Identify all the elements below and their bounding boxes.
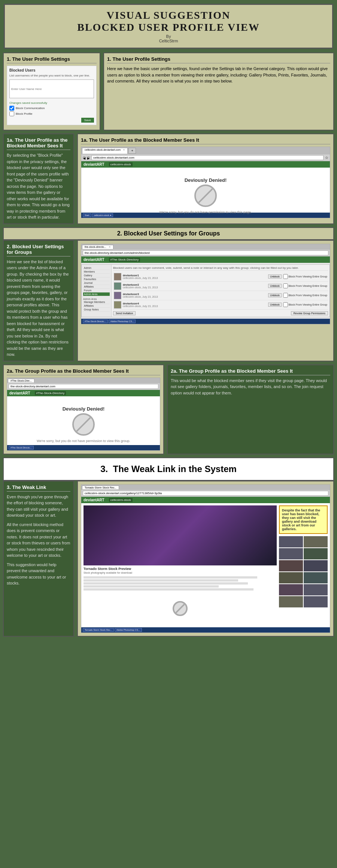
block-profile-row: Block Profile [9,111,94,116]
admin-sidebar: Admin Members Gallery Favourites Journal… [82,265,112,317]
browser-content-3: Tornado Storm Stock Preview Stock photog… [81,503,330,627]
section2a-right-text: This would be what the blocked member se… [171,378,330,396]
unblock-button-3[interactable]: Unblock [268,293,281,297]
taskbar-start[interactable]: Start [83,213,91,217]
section1a-left-text: By selecting the "Block Profile" option … [7,152,70,220]
thumb-grid [279,536,328,607]
blocked-users-desc: List usernames of the people you want to… [9,73,94,78]
gallery-thumbs-sidebar [279,536,328,607]
unblock-button-2[interactable]: Unblock [268,284,281,288]
taskbar-stock-directory[interactable]: #The-Stock-Directo... [9,446,34,450]
section1-right-panel: 1. The User Profile Settings Here we hav… [103,52,334,130]
section2-right-panel: the-stock-directo... ✕ the-stock-directo… [77,240,334,361]
nav-members[interactable]: Members [83,270,110,274]
thumb-10 [304,584,328,595]
url-bar-2a[interactable]: the-stock-directory.deviantart.com [9,384,158,389]
nav-group-notes[interactable]: Group Notes [83,308,110,312]
nav-journal[interactable]: Journal [83,281,110,285]
blocked-user-row-4: deviantuser4 celticstrm-stock, July 23, … [113,300,328,310]
nav-affiliates[interactable]: Affiliates [83,285,110,289]
taskbar-item-photoshop[interactable]: Adobe Photoshop CS... [109,319,136,323]
section1a-right-heading: 1a. The User Profile as the Blocked Memb… [81,137,330,144]
da-username-1a: celticstrm-stock [109,162,133,166]
url-bar-1a[interactable]: celticstrm-stock.deviantart.com [91,155,324,160]
nav-affiliates-sub[interactable]: Affiliates [83,304,110,308]
username-input[interactable] [9,79,94,98]
denied-text-2a: We're sorry, but you do not have permiss… [17,439,150,444]
blocked-user-row-3: deviantuser3 celticstrm-stock, July 23, … [113,291,328,300]
da-username-3: celticstrm-stock [109,498,133,502]
url-bar-3[interactable]: celticstrm-stock.deviantart.com/gallery/… [83,491,328,496]
block-communication-checkbox[interactable] [9,106,14,111]
browser-tab-1a[interactable]: celticstrm-stock.deviantart.com ✕ [82,148,128,154]
browser-tab-2a[interactable]: #The-Stock-Dire... [8,379,34,382]
gallery-layout: Tornado Storm Stock Preview Stock photog… [84,505,328,625]
unblock-button-1[interactable]: Unblock [268,274,281,279]
ban-icon-3 [173,601,188,616]
section2-row: 2. Blocked User Settings for Groups Here… [3,240,334,361]
browser-tab-3[interactable]: Tomado Storm Stock Rev... [82,486,119,489]
section2a-left-panel: 2a. The Group Profile as the Blocked Mem… [3,364,164,454]
section3-row: 3. The Weak Link Even though you've gone… [3,481,334,637]
section1a-right-panel: 1a. The User Profile as the Blocked Memb… [77,133,334,224]
taskbar-item-2[interactable]: #The-Stock-Directo... [83,319,108,323]
block-option-1: Block From Viewing Entire Group [283,274,327,279]
block-communication-label: Block Communication [16,106,45,110]
unblock-button-4[interactable]: Unblock [268,303,281,307]
section3-left-heading: 3. The Weak Link [7,484,70,492]
thumb-11 [279,596,303,607]
browser-window-3: Tomado Storm Stock Rev... celticstrm-sto… [81,484,330,633]
revoke-permissions-button[interactable]: Revoke Group Permissions [291,311,328,315]
da-header-1a: deviantART celticstrm-stock [81,161,330,168]
section1a-left-panel: 1a. The User Profile as the Blocked Memb… [3,133,74,224]
block-option-checkbox-3[interactable] [283,293,288,298]
da-logo-2: deviantART [84,258,104,262]
send-invitation-button[interactable]: Send Invitation [113,311,136,315]
section2a-right-heading: 2a. The Group Profile as the Blocked Mem… [171,368,330,375]
warning-box: Despite the fact that the user has been … [279,505,328,534]
section2-header-title: 2. Blocked User Settings for Groups [6,230,331,237]
nav-gallery[interactable]: Gallery [83,274,110,277]
thumb-4 [304,548,328,559]
deviously-denied-2a: Deviously Denied! We're sorry, but you d… [9,399,158,451]
da-header-2a: deviantART #The-Stock-Directory [7,390,160,396]
save-button[interactable]: Save [81,118,94,123]
thumb-5 [279,560,303,571]
thumb-7 [279,572,303,583]
taskbar-2a: #The-Stock-Directo... [7,445,160,450]
taskbar-tornado[interactable]: Tornado Storm Stock Rev... [83,628,114,632]
taskbar-photoshop-3[interactable]: Adobe Photoshop CS... [115,628,142,632]
denied-title-1a: Deviously Denied! [91,177,320,183]
section3-left-panel: 3. The Weak Link Even though you've gone… [3,481,74,637]
forward-button[interactable]: ▶ [87,156,90,159]
back-button[interactable]: ◀ [83,156,86,159]
user-info-1: deviantuser1 celticstrm-stock, July 23, … [123,274,267,279]
block-option-checkbox-2[interactable] [283,283,288,288]
new-tab-button[interactable]: + [128,148,136,154]
star-icon: ☆ [325,156,328,160]
browser-tab-2[interactable]: the-stock-directo... ✕ [82,245,113,249]
denied-title-2a: Deviously Denied! [17,406,150,412]
nav-favourites[interactable]: Favourites [83,277,110,281]
nav-admin[interactable]: Admin [83,266,110,270]
browser-window-1a: celticstrm-stock.deviantart.com ✕ + ◀ ▶ … [81,147,330,218]
thumb-6 [304,560,328,571]
browser-content-2a: Deviously Denied! We're sorry, but you d… [7,396,160,445]
block-profile-label: Block Profile [16,112,32,115]
nav-admin-area[interactable]: Admin Area [83,292,110,296]
user-info-3: deviantuser3 celticstrm-stock, July 23, … [123,293,267,298]
section1-left-panel: 1. The User Profile Settings Blocked Use… [3,52,100,130]
url-bar-2[interactable]: the-stock-directory.deviantart.com/admin… [83,250,328,255]
da-logo-2a: deviantART [9,391,30,395]
user-info-4: deviantuser4 celticstrm-stock, July 23, … [123,302,267,307]
user-avatar-1 [114,273,121,280]
block-option-checkbox-1[interactable] [283,274,288,279]
block-option-checkbox-4[interactable] [283,302,288,307]
block-profile-checkbox[interactable] [9,111,14,116]
nav-manage-members[interactable]: Manage Members [83,300,110,304]
taskbar-item-1[interactable]: celticstrm-stock ● [92,213,113,217]
nav-forum[interactable]: Forum [83,289,110,292]
gallery-description-text [84,576,277,591]
section1a-left-heading: 1a. The User Profile as the Blocked Memb… [7,137,70,150]
gallery-image-desc: Stock photography available for download [84,571,277,574]
